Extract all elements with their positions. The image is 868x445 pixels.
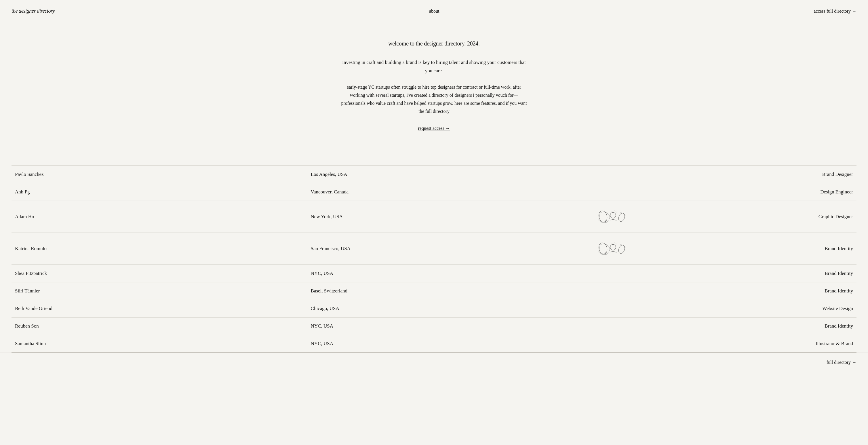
designer-location: Chicago, USA	[307, 300, 561, 317]
designer-role: Brand Identity	[662, 282, 857, 300]
designer-location: Los Angeles, USA	[307, 166, 561, 183]
designer-name: Siiri Tännler	[11, 282, 307, 300]
designer-sketch	[561, 183, 662, 201]
table-row[interactable]: Shea FitzpatrickNYC, USABrand Identity	[11, 265, 857, 282]
footer: full directory →	[0, 353, 868, 372]
table-row[interactable]: Katrina RomuloSan Francisco, USA Brand I…	[11, 233, 857, 265]
hero-subtitle: investing in craft and building a brand …	[339, 58, 529, 75]
hero-description: early-stage YC startups often struggle t…	[339, 83, 529, 115]
site-logo[interactable]: the designer directory	[11, 8, 55, 14]
access-full-directory-link[interactable]: access full directory →	[814, 9, 857, 14]
designer-sketch	[561, 317, 662, 335]
table-row[interactable]: Pavlo SanchezLos Angeles, USABrand Desig…	[11, 166, 857, 183]
table-row[interactable]: Samantha SlinnNYC, USAIllustrator & Bran…	[11, 335, 857, 352]
designer-sketch	[561, 233, 662, 265]
designer-location: NYC, USA	[307, 265, 561, 282]
designer-role: Brand Identity	[662, 265, 857, 282]
navigation: the designer directory about access full…	[0, 0, 868, 22]
table-row[interactable]: Reuben SonNYC, USABrand Identity	[11, 317, 857, 335]
designer-name: Anh Pg	[11, 183, 307, 201]
designer-sketch	[561, 300, 662, 317]
designer-role: Design Engineer	[662, 183, 857, 201]
designer-name: Reuben Son	[11, 317, 307, 335]
designer-sketch	[561, 265, 662, 282]
designer-location: San Francisco, USA	[307, 233, 561, 265]
table-row[interactable]: Beth Vande GriendChicago, USAWebsite Des…	[11, 300, 857, 317]
svg-point-6	[617, 244, 626, 255]
table-row[interactable]: Adam HoNew York, USA Graphic Designer	[11, 201, 857, 233]
hero-title: welcome to the designer directory. 2024.	[339, 40, 529, 47]
designer-role: Illustrator & Brand	[662, 335, 857, 352]
svg-point-2	[617, 212, 626, 222]
designer-location: Vancouver, Canada	[307, 183, 561, 201]
designer-location: NYC, USA	[307, 335, 561, 352]
designer-role: Graphic Designer	[662, 201, 857, 233]
request-access-link[interactable]: request access →	[418, 126, 450, 131]
table-row[interactable]: Anh PgVancouver, CanadaDesign Engineer	[11, 183, 857, 201]
designer-name: Beth Vande Griend	[11, 300, 307, 317]
designer-table: Pavlo SanchezLos Angeles, USABrand Desig…	[11, 166, 857, 353]
designer-sketch	[561, 201, 662, 233]
designer-name: Pavlo Sanchez	[11, 166, 307, 183]
designer-role: Brand Identity	[662, 317, 857, 335]
designer-location: NYC, USA	[307, 317, 561, 335]
about-link[interactable]: about	[429, 9, 439, 14]
hero-section: welcome to the designer directory. 2024.…	[333, 0, 535, 154]
svg-point-1	[610, 212, 616, 218]
designer-location: New York, USA	[307, 201, 561, 233]
designer-name: Samantha Slinn	[11, 335, 307, 352]
designer-role: Brand Designer	[662, 166, 857, 183]
full-directory-link[interactable]: full directory →	[827, 360, 857, 365]
designer-location: Basel, Switzerland	[307, 282, 561, 300]
designer-name: Shea Fitzpatrick	[11, 265, 307, 282]
designer-sketch	[561, 335, 662, 352]
designer-role: Website Design	[662, 300, 857, 317]
directory-section: Pavlo SanchezLos Angeles, USABrand Desig…	[0, 166, 868, 353]
designer-name: Katrina Romulo	[11, 233, 307, 265]
designer-role: Brand Identity	[662, 233, 857, 265]
designer-sketch	[561, 282, 662, 300]
svg-point-5	[610, 244, 616, 250]
designer-name: Adam Ho	[11, 201, 307, 233]
table-row[interactable]: Siiri TännlerBasel, SwitzerlandBrand Ide…	[11, 282, 857, 300]
designer-sketch	[561, 166, 662, 183]
